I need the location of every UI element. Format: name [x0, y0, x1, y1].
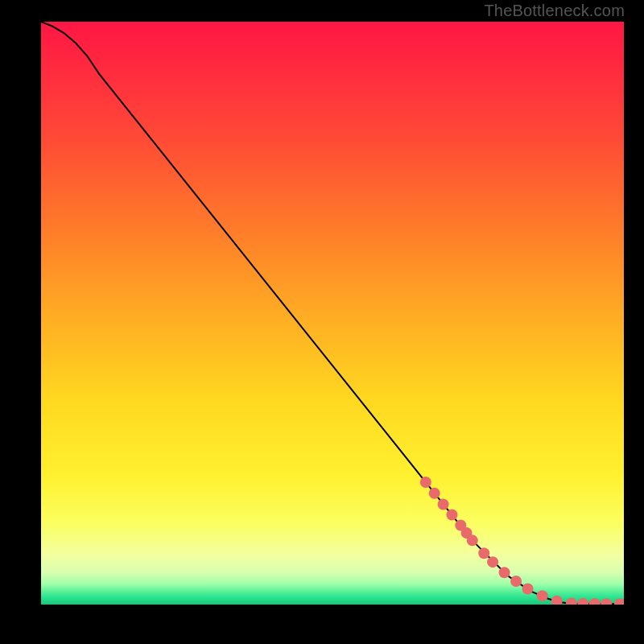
bottleneck-curve [41, 22, 624, 604]
marker-point [478, 547, 489, 559]
marker-point [499, 567, 510, 578]
marker-point [614, 598, 624, 605]
marker-point [438, 498, 449, 510]
curve-layer [41, 22, 624, 605]
marker-point [510, 576, 522, 587]
marker-point [551, 596, 563, 605]
watermark-text: TheBottleneck.com [484, 2, 625, 20]
marker-point [566, 598, 577, 605]
marker-point [487, 556, 498, 568]
marker-point [467, 535, 478, 546]
chart-frame: TheBottleneck.com [0, 0, 644, 644]
marker-point [429, 488, 440, 499]
marker-point [537, 590, 548, 601]
marker-point [420, 477, 431, 488]
marker-point [446, 510, 457, 521]
marker-point [577, 598, 588, 605]
marker-point [522, 583, 534, 594]
plot-area [41, 22, 624, 605]
marker-point [601, 598, 612, 605]
marker-point [589, 598, 601, 605]
